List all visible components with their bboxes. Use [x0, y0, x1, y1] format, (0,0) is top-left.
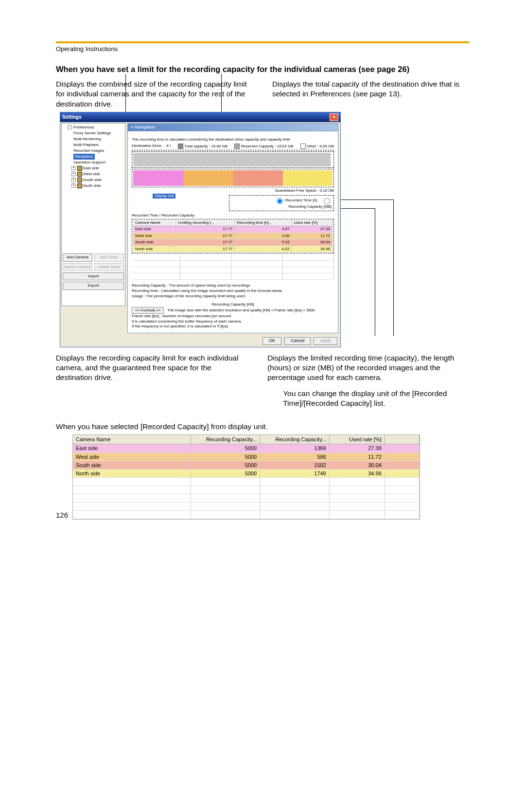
guaranteed-value: 0.10 GB — [320, 188, 334, 193]
tree-multi-playback[interactable]: Multi-Playback — [63, 142, 124, 148]
leader-right-vert — [393, 199, 394, 336]
table-row: East side5000136927.38 — [73, 444, 420, 452]
col-camera-name[interactable]: Camera Name — [133, 220, 176, 226]
tree-navigation-selected[interactable]: Navigation — [73, 154, 95, 160]
total-label: Total capacity : — [184, 144, 210, 148]
tree-recorded-images[interactable]: Recorded Images — [63, 148, 124, 154]
header-accent-rule — [56, 41, 469, 43]
col-time[interactable]: Recording time [h]... — [235, 220, 292, 226]
leader-right-bot — [341, 208, 375, 209]
leader-right-top — [341, 199, 393, 200]
tree-camera-west[interactable]: West side — [83, 172, 100, 176]
delete-camera-button[interactable]: Delete Camera — [63, 263, 92, 271]
tree-multi-monitoring[interactable]: Multi-Monitoring — [63, 136, 124, 142]
dest-drive-label: Destination Drive : — [132, 144, 163, 148]
camera-allocation-bar — [132, 169, 334, 187]
doc-header: Operating Instructions — [56, 45, 469, 54]
t2-col-name[interactable]: Camera Name — [73, 435, 191, 444]
reserved-label: Reserved Capacity : — [241, 144, 276, 148]
other-value: 0.05 GB — [319, 144, 333, 148]
t2-col-cap1[interactable]: Recording Capacity... — [191, 435, 260, 444]
radio-recorded-time[interactable]: Recorded Time [h] — [274, 198, 317, 202]
formula-button[interactable]: << Formula >> — [132, 307, 164, 314]
help-line-2: Recording time : Calculated using the im… — [132, 288, 334, 293]
display-unit-group: Display unit Recorded Time [h] Recording… — [229, 195, 334, 211]
camera-icon — [77, 166, 82, 171]
recorded-capacity-table: Camera Name Recording Capacity... Record… — [73, 435, 420, 519]
formula-note-1: Frame rate [fps] : Number of images reco… — [132, 314, 334, 319]
delete-timer-button[interactable]: Delete Timer — [94, 263, 124, 271]
cancel-button[interactable]: Cancel — [284, 337, 311, 345]
settings-window: Settings × -Preferences Proxy Server Set… — [60, 112, 341, 347]
t2-col-cap2[interactable]: Recording Capacity... — [260, 435, 330, 444]
tree-camera-east[interactable]: East side — [83, 166, 99, 170]
camera-icon — [77, 172, 82, 177]
tree-operation-support[interactable]: Operation Support — [63, 160, 124, 165]
tree-proxy[interactable]: Proxy Server Settings — [63, 130, 124, 136]
mid-sentence: When you have selected [Recorded Capacit… — [56, 422, 469, 432]
recorded-time-table: Camera Name Limiting recording t... Reco… — [133, 220, 332, 253]
leader-right-vert2 — [375, 208, 375, 336]
table-row: North side17.776.2234.98 — [133, 246, 332, 252]
table-row: North side5000174934.98 — [73, 469, 420, 478]
callout-top-right: Displays the total capacity of the desti… — [272, 79, 469, 108]
callout-top-left: Displays the combined size of the record… — [56, 79, 253, 108]
help-line-1: Recording Capacity : The amount of space… — [132, 283, 334, 288]
dialog-buttons: OK Cancel Apply — [60, 335, 340, 347]
import-button[interactable]: Import — [63, 272, 124, 280]
t2-col-used[interactable]: Used rate [%] — [329, 435, 385, 444]
camera-icon — [77, 183, 82, 188]
panel-title: ≡ Navigation — [127, 123, 338, 132]
help-line-3: Usage : The percentage of the recording … — [132, 293, 334, 299]
window-title: Settings — [62, 114, 81, 120]
callout-bottom-left: Displays the recording capacity limit fo… — [56, 353, 248, 408]
table-row: South side17.775.3330.04 — [133, 239, 332, 246]
tree-camera-north[interactable]: North side — [83, 183, 101, 188]
display-unit-title: Display unit — [153, 194, 175, 198]
table-row: East side17.774.8727.38 — [133, 226, 332, 233]
drive-capacity-bar — [132, 151, 334, 168]
page-number: 126 — [56, 510, 68, 520]
guaranteed-label: Guaranteed Free Space : — [275, 188, 318, 193]
formula-line: The image size with the selected resolut… — [167, 308, 315, 312]
section-heading: When you have set a limit for the record… — [56, 64, 469, 74]
col-used[interactable]: Used rate [%] — [292, 220, 332, 226]
total-value: 19.68 GB — [211, 144, 228, 148]
export-button[interactable]: Export — [63, 282, 124, 289]
callout-bottom-right-1: Displays the limited recording time (cap… — [267, 353, 469, 382]
reserved-value: 19.63 GB — [277, 144, 294, 148]
dest-drive-value: E:\ — [166, 144, 171, 148]
formula-title: Recording Capacity [KB] — [132, 302, 334, 307]
tree-action-buttons: Add Camera Add Timer Delete Camera Delet… — [63, 252, 124, 290]
camera-icon — [77, 178, 82, 182]
formula-note-2: It is calculated considering the buffer … — [132, 319, 334, 324]
settings-tree[interactable]: -Preferences Proxy Server Settings Multi… — [61, 123, 125, 306]
col-limit[interactable]: Limiting recording t... — [176, 220, 235, 226]
apply-button[interactable]: Apply — [314, 337, 337, 345]
tree-root: Preferences — [73, 125, 94, 129]
close-icon[interactable]: × — [330, 113, 338, 121]
panel-description: The recording time is calculated conside… — [132, 137, 334, 142]
table-row: West side17.772.0811.72 — [133, 233, 332, 239]
add-camera-button[interactable]: Add Camera — [63, 253, 92, 261]
callout-bottom-right-2: You can change the display unit of the [… — [283, 389, 469, 408]
tree-camera-south[interactable]: South side — [83, 178, 102, 182]
add-timer-button[interactable]: Add Timer — [94, 253, 124, 261]
table-title: Recorded Time / Recorded Capacity — [132, 213, 334, 218]
table-row: West side500058611.72 — [73, 452, 420, 461]
ok-button[interactable]: OK — [262, 337, 281, 345]
formula-note-3: If the frequency is not specified, it is… — [132, 324, 334, 329]
other-label: Other : — [307, 144, 318, 148]
table-row: South side5000150230.04 — [73, 461, 420, 469]
